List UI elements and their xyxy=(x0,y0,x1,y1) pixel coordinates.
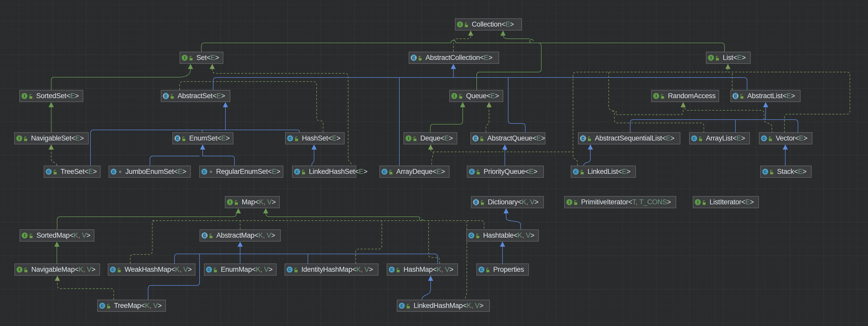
svg-text:C: C xyxy=(470,233,473,238)
svg-text:I: I xyxy=(710,56,712,60)
svg-text:I: I xyxy=(184,56,185,60)
svg-text:I: I xyxy=(655,94,657,98)
svg-text:C: C xyxy=(112,267,114,272)
svg-text:C: C xyxy=(763,136,765,140)
svg-text:I: I xyxy=(18,136,20,140)
svg-text:C: C xyxy=(480,267,483,272)
svg-text:I: I xyxy=(19,267,20,272)
svg-text:C: C xyxy=(470,169,473,174)
svg-text:C: C xyxy=(383,169,386,174)
svg-text:I: I xyxy=(459,22,461,27)
svg-text:I: I xyxy=(568,200,570,204)
svg-text:C: C xyxy=(203,233,206,238)
svg-text:C: C xyxy=(575,169,577,174)
svg-text:C: C xyxy=(400,303,403,308)
svg-text:I: I xyxy=(229,200,230,204)
svg-text:C: C xyxy=(412,56,415,60)
svg-text:C: C xyxy=(112,169,115,174)
svg-text:C: C xyxy=(693,136,695,140)
svg-text:C: C xyxy=(203,169,206,174)
svg-text:I: I xyxy=(24,94,25,98)
svg-text:I: I xyxy=(24,233,25,238)
svg-text:C: C xyxy=(474,200,477,204)
svg-text:C: C xyxy=(176,136,179,140)
svg-text:C: C xyxy=(474,136,477,140)
svg-text:C: C xyxy=(296,169,299,174)
svg-text:C: C xyxy=(764,169,767,174)
svg-text:C: C xyxy=(289,136,291,140)
svg-text:C: C xyxy=(390,267,393,272)
svg-text:C: C xyxy=(582,136,584,140)
svg-text:I: I xyxy=(408,136,409,140)
svg-text:C: C xyxy=(101,303,104,308)
svg-text:C: C xyxy=(164,94,167,98)
svg-text:C: C xyxy=(47,169,50,174)
svg-text:I: I xyxy=(454,94,455,98)
svg-text:C: C xyxy=(208,267,210,272)
svg-text:C: C xyxy=(734,94,737,98)
svg-text:I: I xyxy=(697,200,699,204)
svg-text:C: C xyxy=(288,267,291,272)
